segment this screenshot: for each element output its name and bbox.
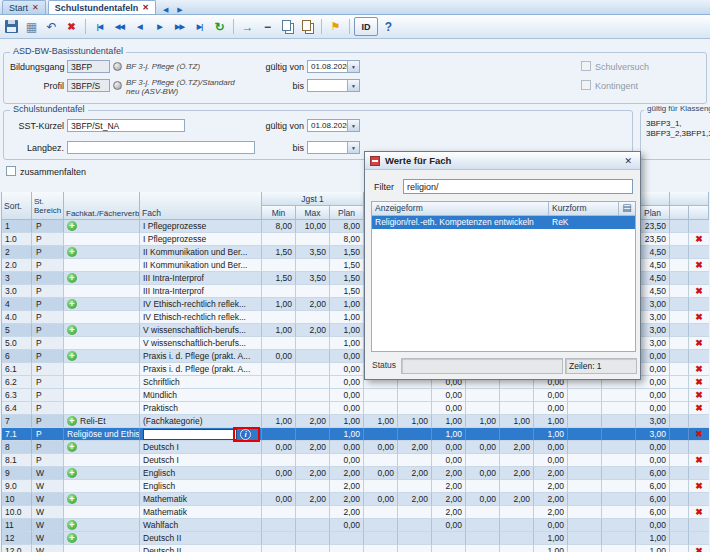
fach-edit-input[interactable]	[143, 429, 237, 440]
tab-scroll-right-icon[interactable]: ▶	[175, 6, 184, 14]
cell-fachkat[interactable]: +Reli-Et	[64, 415, 140, 428]
nav-next-icon[interactable]: ▶	[150, 17, 169, 36]
cell-value[interactable]: 2,00	[500, 441, 534, 454]
cell-fachkat[interactable]: +	[64, 272, 140, 285]
cell-value[interactable]: 1,00	[636, 532, 670, 545]
cell-delete[interactable]: ✖	[689, 480, 709, 493]
cell-value[interactable]: 3,00	[636, 324, 670, 337]
cell-fachkat[interactable]	[64, 376, 140, 389]
cell-value[interactable]	[296, 259, 330, 272]
table-row[interactable]: 9W+Englisch0,002,002,000,002,002,000,002…	[2, 467, 709, 480]
cell-value[interactable]: 6,00	[636, 480, 670, 493]
dialog-titlebar[interactable]: Werte für Fach ✕	[365, 152, 640, 170]
cell-value[interactable]	[602, 467, 636, 480]
cell-value[interactable]	[602, 480, 636, 493]
cell-value[interactable]: 0,00	[330, 519, 364, 532]
cell-value[interactable]: 0,00	[330, 376, 364, 389]
cell-value[interactable]	[500, 454, 534, 467]
cell-value[interactable]: 6,00	[636, 493, 670, 506]
nav-prev-icon[interactable]: ◀	[130, 17, 149, 36]
cell-value[interactable]	[568, 493, 602, 506]
cell-value[interactable]	[296, 233, 330, 246]
cell-value[interactable]	[296, 428, 330, 441]
cell-value[interactable]: 1,50	[330, 246, 364, 259]
cell-value[interactable]	[432, 532, 466, 545]
nav-last-icon[interactable]: ▶|	[190, 17, 209, 36]
cell-value[interactable]: 2,00	[330, 506, 364, 519]
chevron-down-icon[interactable]: ▼	[347, 120, 359, 131]
cell-value[interactable]: 2,00	[500, 467, 534, 480]
delete-row-icon[interactable]: ✖	[695, 260, 703, 270]
cell-value[interactable]: 0,00	[330, 350, 364, 363]
cell-delete[interactable]: ✖	[689, 428, 709, 441]
cell-fach[interactable]: V wissenschaftlich-berufs...	[140, 337, 262, 350]
cell-fach[interactable]: Schriftlich	[140, 376, 262, 389]
column-header-anzeigeform[interactable]: Anzeigeform	[372, 202, 549, 216]
cell-value[interactable]	[602, 454, 636, 467]
cell-value[interactable]: 0,00	[534, 441, 568, 454]
cell-value[interactable]: 1,00	[466, 415, 500, 428]
dialog-close-icon[interactable]: ✕	[621, 155, 635, 167]
cell-delete[interactable]: ✖	[689, 337, 709, 350]
cell-value[interactable]: 0,00	[636, 350, 670, 363]
cell-value[interactable]: 0,00	[636, 454, 670, 467]
cell-value[interactable]: 0,00	[364, 441, 398, 454]
cell-value[interactable]: 4,50	[636, 246, 670, 259]
cell-value[interactable]: 1,00	[262, 415, 296, 428]
cell-value[interactable]: 3,00	[636, 311, 670, 324]
cell-fach[interactable]: Mündlich	[140, 389, 262, 402]
cell-value[interactable]	[262, 402, 296, 415]
nav-first-icon[interactable]: |◀	[90, 17, 109, 36]
cell-fach[interactable]: III Intra-Interprof	[140, 285, 262, 298]
cell-value[interactable]: 2,00	[500, 493, 534, 506]
cell-value[interactable]: 0,00	[330, 441, 364, 454]
cell-value[interactable]: 2,00	[398, 441, 432, 454]
cell-value[interactable]: 0,00	[636, 363, 670, 376]
cell-value[interactable]	[364, 389, 398, 402]
cell-value[interactable]: 1,00	[500, 415, 534, 428]
cell-value[interactable]	[296, 519, 330, 532]
cell-value[interactable]	[262, 506, 296, 519]
cell-fach[interactable]: IV Ethisch-rechtlich reflek...	[140, 311, 262, 324]
cell-fach[interactable]: IV Ethisch-rechtlich reflek...	[140, 298, 262, 311]
sst-bis-combo[interactable]: ▼	[307, 141, 360, 154]
cell-value[interactable]	[262, 519, 296, 532]
cell-delete[interactable]: ✖	[689, 545, 709, 552]
cell-value[interactable]	[262, 376, 296, 389]
id-button[interactable]: ID	[354, 17, 378, 36]
cell-value[interactable]	[296, 376, 330, 389]
cell-value[interactable]: 1,00	[364, 415, 398, 428]
cell-delete[interactable]: ✖	[689, 311, 709, 324]
cell-value[interactable]: 1,00	[262, 298, 296, 311]
link-icon[interactable]: →	[238, 17, 257, 36]
chevron-down-icon[interactable]: ▼	[347, 80, 359, 91]
cell-delete[interactable]: ✖	[689, 389, 709, 402]
cell-fachkat[interactable]	[64, 285, 140, 298]
delete-icon[interactable]: ✖	[62, 17, 81, 36]
help-icon[interactable]: ?	[379, 17, 398, 36]
cell-value[interactable]: 8,00	[262, 220, 296, 233]
cell-value[interactable]	[296, 506, 330, 519]
cell-delete[interactable]: ✖	[689, 233, 709, 246]
close-icon[interactable]: ✕	[142, 3, 149, 12]
cell-fachkat[interactable]	[64, 402, 140, 415]
cell-value[interactable]	[398, 428, 432, 441]
cell-value[interactable]: 3,00	[636, 298, 670, 311]
cell-value[interactable]	[602, 519, 636, 532]
cell-value[interactable]	[296, 389, 330, 402]
cell-value[interactable]: 2,00	[296, 493, 330, 506]
flag-icon[interactable]: ⚑	[326, 17, 345, 36]
cell-value[interactable]: 0,00	[636, 389, 670, 402]
cell-value[interactable]: 1,00	[330, 337, 364, 350]
delete-row-icon[interactable]: ✖	[695, 377, 703, 387]
delete-row-icon[interactable]: ✖	[695, 338, 703, 348]
cell-value[interactable]: 0,00	[466, 441, 500, 454]
cell-fach[interactable]: Wahlfach	[140, 519, 262, 532]
cell-value[interactable]	[466, 389, 500, 402]
cell-value[interactable]: 0,00	[432, 389, 466, 402]
expand-add-icon[interactable]: +	[67, 533, 77, 543]
cell-value[interactable]	[262, 311, 296, 324]
cell-value[interactable]: 0,00	[534, 402, 568, 415]
cell-value[interactable]	[262, 389, 296, 402]
tab-schulstundentafeln[interactable]: Schulstundentafeln ✕	[48, 0, 156, 14]
